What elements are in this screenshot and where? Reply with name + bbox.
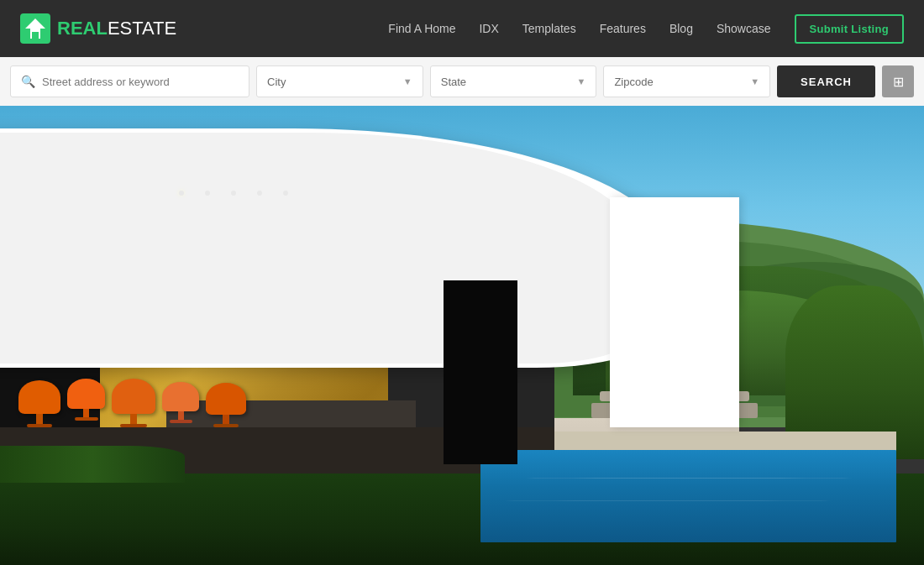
state-label: State bbox=[441, 76, 466, 88]
svg-rect-2 bbox=[32, 32, 39, 39]
zipcode-label: Zipcode bbox=[614, 76, 653, 88]
tree-right bbox=[785, 266, 924, 459]
chair-4 bbox=[162, 382, 199, 423]
logo-text: REALESTATE bbox=[57, 18, 176, 39]
right-structure-wall bbox=[610, 197, 739, 427]
nav-templates[interactable]: Templates bbox=[522, 22, 576, 35]
zipcode-dropdown[interactable]: Zipcode ▼ bbox=[603, 65, 770, 97]
logo[interactable]: REALESTATE bbox=[20, 13, 176, 44]
nav-features[interactable]: Features bbox=[600, 22, 646, 35]
header: REALESTATE Find A Home IDX Templates Fea… bbox=[0, 0, 924, 57]
state-dropdown[interactable]: State ▼ bbox=[430, 65, 597, 97]
roof-soffit bbox=[0, 133, 640, 363]
search-input[interactable] bbox=[42, 76, 239, 88]
grid-view-button[interactable]: ⊞ bbox=[882, 65, 914, 97]
chair-2 bbox=[67, 379, 105, 421]
chair-3 bbox=[112, 379, 155, 427]
search-button[interactable]: SEARCH bbox=[777, 65, 875, 97]
search-input-wrap: 🔍 bbox=[10, 65, 249, 97]
search-bar: 🔍 City ▼ State ▼ Zipcode ▼ SEARCH ⊞ bbox=[0, 57, 924, 106]
plants-left bbox=[0, 446, 185, 483]
entrance-opening bbox=[444, 280, 517, 464]
nav-blog[interactable]: Blog bbox=[669, 22, 693, 35]
pool bbox=[480, 450, 896, 541]
grid-icon: ⊞ bbox=[893, 74, 904, 90]
state-chevron-icon: ▼ bbox=[577, 76, 586, 86]
chair-5 bbox=[206, 383, 246, 427]
hero-section: 1100 5TH AVENUE $1,295,000 bbox=[0, 106, 924, 565]
search-icon: 🔍 bbox=[21, 75, 35, 88]
main-nav: Find A Home IDX Templates Features Blog … bbox=[388, 14, 904, 44]
nav-showcase[interactable]: Showcase bbox=[717, 22, 771, 35]
city-chevron-icon: ▼ bbox=[403, 76, 412, 86]
house-icon bbox=[20, 13, 50, 44]
chair-1 bbox=[18, 380, 60, 427]
city-dropdown[interactable]: City ▼ bbox=[256, 65, 423, 97]
nav-idx[interactable]: IDX bbox=[479, 22, 498, 35]
zipcode-chevron-icon: ▼ bbox=[750, 76, 759, 86]
submit-listing-button[interactable]: Submit Listing bbox=[795, 14, 904, 44]
nav-find-a-home[interactable]: Find A Home bbox=[388, 22, 455, 35]
chairs-area bbox=[18, 379, 246, 427]
city-label: City bbox=[267, 76, 286, 88]
hero-image bbox=[0, 106, 924, 565]
ceiling-lights bbox=[179, 191, 288, 196]
